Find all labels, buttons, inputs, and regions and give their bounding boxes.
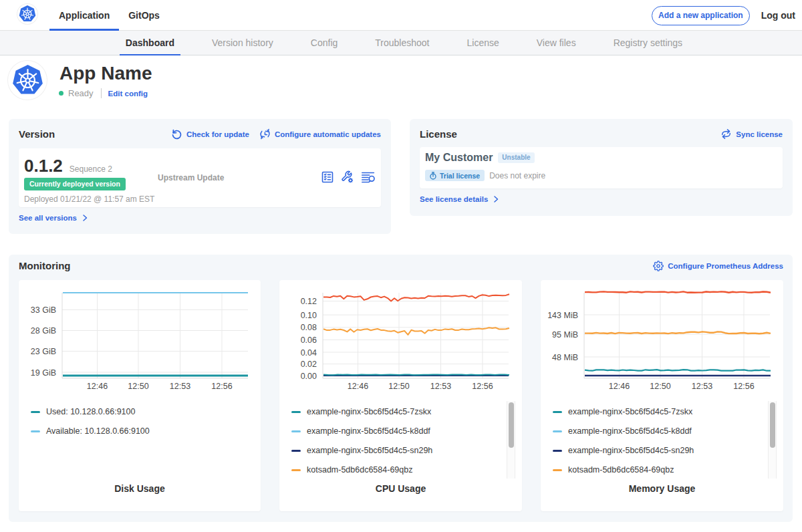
svg-text:143 MiB: 143 MiB — [547, 311, 578, 320]
svg-text:95 MiB: 95 MiB — [552, 330, 578, 340]
svg-text:0.08: 0.08 — [301, 323, 317, 332]
svg-text:12:50: 12:50 — [128, 382, 148, 391]
svg-text:0.12: 0.12 — [301, 297, 317, 306]
svg-text:0.06: 0.06 — [301, 336, 317, 345]
svg-text:33 GiB: 33 GiB — [31, 305, 56, 315]
svg-text:48 MiB: 48 MiB — [552, 353, 578, 362]
svg-text:12:53: 12:53 — [692, 382, 712, 391]
svg-text:19 GiB: 19 GiB — [31, 368, 56, 378]
svg-text:28 GiB: 28 GiB — [31, 326, 56, 336]
svg-text:12:56: 12:56 — [733, 382, 754, 391]
svg-text:0.04: 0.04 — [301, 348, 317, 358]
svg-text:12:56: 12:56 — [472, 382, 493, 391]
svg-text:12:50: 12:50 — [388, 382, 409, 391]
svg-text:23 GiB: 23 GiB — [31, 347, 56, 356]
svg-text:12:50: 12:50 — [650, 382, 670, 391]
svg-text:0.02: 0.02 — [301, 360, 317, 369]
svg-text:12:46: 12:46 — [87, 382, 108, 391]
svg-text:12:46: 12:46 — [609, 382, 630, 391]
svg-text:0.10: 0.10 — [301, 311, 317, 320]
svg-text:12:53: 12:53 — [430, 382, 451, 391]
svg-text:12:53: 12:53 — [170, 382, 190, 391]
svg-text:0.00: 0.00 — [301, 372, 317, 381]
svg-text:12:56: 12:56 — [211, 382, 232, 391]
svg-text:12:46: 12:46 — [348, 382, 368, 391]
